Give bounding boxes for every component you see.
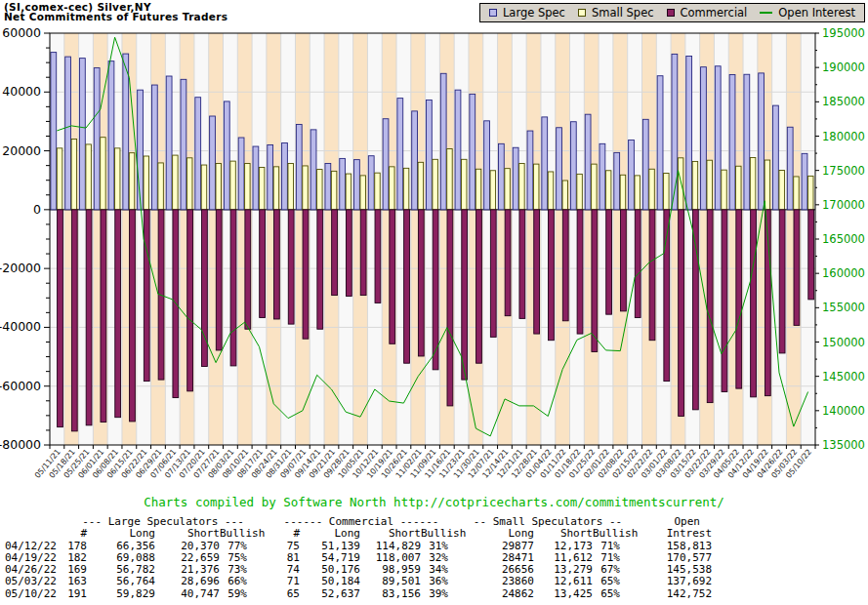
small-spec-bar — [490, 171, 496, 210]
large-spec-bar — [557, 128, 562, 210]
table-cell: 59% — [220, 588, 261, 600]
large-spec-bar — [383, 119, 389, 210]
small-spec-bar — [620, 175, 626, 210]
commercial-bar — [447, 210, 453, 406]
small-spec-bar — [317, 170, 323, 210]
commercial-bar — [317, 210, 323, 329]
small-spec-bar — [390, 167, 395, 210]
cot-chart-plot: 6000040000200000-20000-40000-60000-80000… — [0, 0, 868, 495]
large-spec-bar — [224, 101, 229, 210]
commercial-bar — [692, 210, 698, 410]
table-cell: 83,156 — [360, 588, 421, 600]
left-axis-label: 0 — [33, 202, 41, 217]
table-cell: 05/03/22 — [5, 576, 65, 587]
small-spec-bar — [722, 170, 727, 210]
table-col-header: Long — [462, 528, 534, 540]
table-cell: 50,184 — [300, 576, 360, 587]
commercial-bar — [202, 210, 208, 367]
large-spec-bar — [657, 76, 663, 210]
small-spec-bar — [649, 169, 655, 210]
commercial-bar — [592, 210, 598, 352]
left-axis-label: -80000 — [0, 437, 41, 452]
commercial-bar — [71, 210, 77, 431]
commercial-bar — [534, 210, 540, 334]
table-cell: 66% — [220, 576, 261, 587]
table-cell: 52,637 — [300, 588, 360, 600]
large-spec-bar — [195, 98, 201, 210]
small-spec-bar — [129, 153, 135, 210]
table-cell: 23860 — [462, 576, 534, 587]
large-spec-bar — [787, 127, 793, 210]
small-spec-bar — [173, 155, 179, 210]
commercial-bar — [260, 210, 266, 318]
large-spec-bar — [715, 66, 721, 210]
large-spec-bar — [585, 114, 591, 210]
large-spec-bar — [138, 90, 144, 210]
commercial-bar — [707, 210, 713, 403]
right-axis-label: 140000 — [822, 404, 865, 418]
commercial-bar — [418, 210, 424, 356]
large-spec-bar — [527, 131, 533, 210]
commercial-bar — [476, 210, 482, 363]
large-spec-bar — [253, 146, 259, 210]
small-spec-bar — [750, 157, 756, 209]
commercial-bar — [751, 210, 757, 397]
table-column-header-row: #LongShortBullish#LongShortBullishLongSh… — [5, 528, 747, 540]
commercial-bar — [736, 210, 742, 388]
large-spec-bar — [701, 67, 707, 210]
small-spec-bar — [533, 164, 539, 210]
large-spec-bar — [238, 138, 244, 210]
large-spec-bar — [354, 160, 360, 210]
left-axis-label: -40000 — [0, 319, 41, 334]
right-axis-label: 170000 — [822, 198, 865, 212]
commercial-bar — [679, 210, 684, 417]
commercial-bar — [462, 210, 468, 380]
small-spec-bar — [692, 161, 698, 209]
commercial-bar — [86, 210, 92, 425]
commercial-bar — [332, 210, 338, 296]
large-spec-bar — [614, 152, 620, 209]
commercial-bar — [187, 210, 193, 391]
commercial-bar — [549, 210, 555, 341]
small-spec-bar — [605, 171, 611, 210]
table-cell: 65% — [593, 576, 634, 587]
large-spec-bar — [427, 100, 433, 209]
commercial-bar — [562, 210, 568, 321]
table-cell: 36% — [421, 576, 462, 587]
table-cell: 05/10/22 — [5, 588, 65, 600]
small-spec-bar — [216, 164, 222, 210]
large-spec-bar — [498, 143, 504, 210]
right-axis-label: 175000 — [822, 164, 865, 178]
right-axis-label: 190000 — [822, 60, 865, 74]
small-spec-bar — [562, 181, 568, 210]
table-cell: 191 — [65, 588, 87, 600]
commercial-bar — [346, 210, 351, 297]
small-spec-bar — [346, 174, 351, 210]
large-spec-bar — [123, 54, 129, 210]
commercial-bar — [808, 210, 814, 300]
commercial-bar — [303, 210, 309, 339]
commercial-bar — [505, 210, 511, 316]
commercial-bar — [490, 210, 496, 338]
table-cell: 13,425 — [534, 588, 593, 600]
small-spec-bar — [779, 171, 785, 210]
table-col-header: Bullish — [593, 528, 634, 540]
large-spec-bar — [729, 75, 735, 210]
table-cell: 89,501 — [360, 576, 421, 587]
small-spec-bar — [288, 164, 294, 210]
right-axis-label: 135000 — [822, 438, 865, 452]
small-spec-bar — [259, 167, 265, 209]
table-col-header — [5, 528, 65, 540]
commercial-bar — [635, 210, 641, 318]
small-spec-bar — [245, 164, 250, 210]
large-spec-bar — [268, 145, 273, 210]
large-spec-bar — [599, 143, 605, 210]
table-cell: 59,829 — [87, 588, 155, 600]
small-spec-bar — [273, 167, 279, 210]
small-spec-bar — [461, 159, 467, 210]
table-cell: 163 — [65, 576, 87, 587]
cot-summary-table: --- Large Speculators --------- Commerci… — [5, 516, 747, 600]
cot-chart-page: (SI,comex-cec) Silver,NY Net Commitments… — [0, 0, 868, 605]
small-spec-bar — [635, 176, 641, 210]
commercial-bar — [606, 210, 612, 314]
